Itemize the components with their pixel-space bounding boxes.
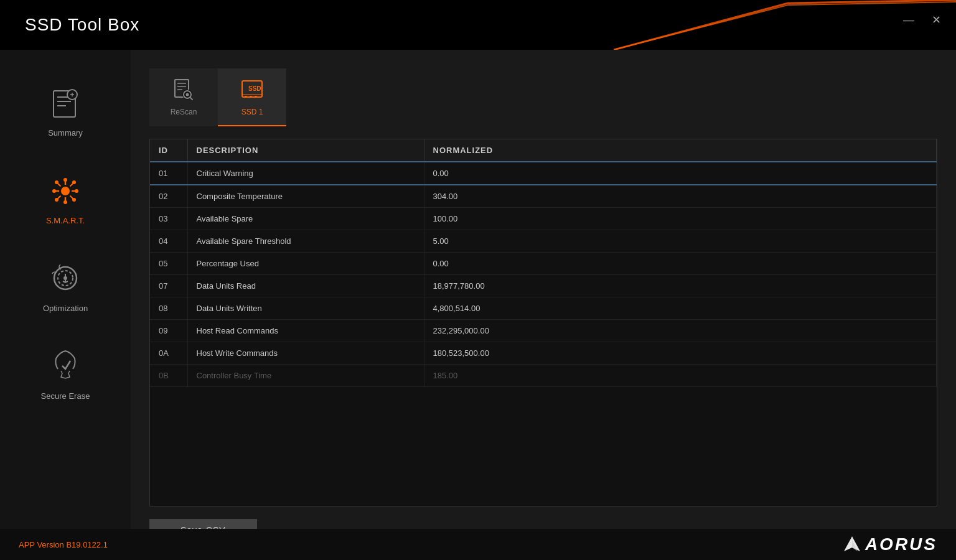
cell-description: Host Read Commands [187, 320, 424, 342]
version-number: B19.0122.1 [66, 540, 108, 549]
window-controls: — ✕ [901, 12, 944, 27]
table-row: 03 Available Spare 100.00 [150, 208, 937, 230]
tab-rescan-label: ReScan [171, 108, 197, 116]
tab-ssd1[interactable]: SSD SSD 1 [218, 68, 286, 126]
svg-text:SSD: SSD [248, 85, 261, 92]
sidebar-item-summary[interactable]: Summary [0, 68, 131, 150]
cell-id: 02 [150, 185, 187, 208]
smart-table-container: ID DESCRIPTION NORMALIZED 01 Critical Wa… [149, 139, 937, 506]
tab-bar: ReScan SSD SSD 1 [149, 68, 937, 126]
svg-point-22 [55, 198, 59, 202]
content-area: ReScan SSD SSD 1 [131, 50, 956, 560]
version-label: APP Version [19, 540, 64, 549]
table-row: 05 Percentage Used 0.00 [150, 253, 937, 275]
cell-description: Available Spare Threshold [187, 230, 424, 253]
sidebar-item-optimization[interactable]: Optimization [0, 244, 131, 325]
aorus-wing-icon [843, 535, 861, 554]
smart-table-wrapper[interactable]: ID DESCRIPTION NORMALIZED 01 Critical Wa… [150, 139, 937, 388]
sidebar-item-label-summary: Summary [48, 128, 83, 138]
cell-description: Composite Temperature [187, 185, 424, 208]
table-row: 0A Host Write Commands 180,523,500.00 [150, 342, 937, 365]
cell-id: 04 [150, 230, 187, 253]
cell-id: 09 [150, 320, 187, 342]
col-header-normalized: NORMALIZED [424, 139, 937, 162]
cell-normalized: 232,295,000.00 [424, 320, 937, 342]
cell-normalized: 18,977,780.00 [424, 275, 937, 297]
table-row: 07 Data Units Read 18,977,780.00 [150, 275, 937, 297]
cell-description: Available Spare [187, 208, 424, 230]
cell-normalized: 304.00 [424, 185, 937, 208]
svg-point-7 [61, 187, 70, 195]
rescan-tab-icon [172, 77, 195, 105]
main-layout: Summary [0, 50, 956, 560]
svg-point-15 [75, 189, 78, 193]
svg-rect-38 [245, 96, 247, 97]
svg-point-12 [63, 178, 67, 182]
cell-id: 07 [150, 275, 187, 297]
smart-icon [44, 169, 87, 212]
table-header-row: ID DESCRIPTION NORMALIZED [150, 139, 937, 162]
cell-description: Controller Busy Time [187, 365, 424, 387]
secure-erase-icon [44, 344, 87, 388]
svg-line-34 [190, 98, 193, 100]
cell-id: 0B [150, 365, 187, 387]
svg-point-20 [55, 180, 59, 184]
svg-point-33 [186, 93, 189, 96]
minimize-button[interactable]: — [901, 12, 916, 27]
svg-point-13 [63, 200, 67, 204]
ssd1-tab-icon: SSD [240, 77, 265, 105]
table-row: 02 Composite Temperature 304.00 [150, 185, 937, 208]
tab-rescan[interactable]: ReScan [149, 68, 218, 126]
sidebar-item-label-secure-erase: Secure Erase [41, 391, 90, 401]
sidebar-item-label-optimization: Optimization [43, 304, 88, 313]
cell-description: Host Write Commands [187, 342, 424, 365]
cell-id: 01 [150, 162, 187, 185]
tab-ssd1-label: SSD 1 [241, 108, 263, 116]
cell-normalized: 5.00 [424, 230, 937, 253]
svg-point-23 [72, 198, 76, 202]
sidebar-item-smart[interactable]: S.M.A.R.T. [0, 156, 131, 238]
table-row: 04 Available Spare Threshold 5.00 [150, 230, 937, 253]
table-row: 08 Data Units Written 4,800,514.00 [150, 297, 937, 320]
summary-icon [44, 81, 87, 124]
table-row: 01 Critical Warning 0.00 [150, 162, 937, 185]
cell-id: 08 [150, 297, 187, 320]
title-bar: SSD Tool Box — ✕ [0, 0, 956, 50]
cell-normalized: 0.00 [424, 162, 937, 185]
table-row: 0B Controller Busy Time 185.00 [150, 365, 937, 387]
smart-data-table: ID DESCRIPTION NORMALIZED 01 Critical Wa… [150, 139, 937, 387]
cell-description: Percentage Used [187, 253, 424, 275]
sidebar-item-label-smart: S.M.A.R.T. [46, 216, 85, 225]
cell-id: 0A [150, 342, 187, 365]
bottom-bar: APP Version B19.0122.1 AORUS [0, 529, 956, 560]
sidebar-item-secure-erase[interactable]: Secure Erase [0, 332, 131, 413]
svg-point-14 [52, 189, 56, 193]
svg-point-21 [72, 180, 76, 184]
close-button[interactable]: ✕ [929, 12, 944, 27]
cell-description: Data Units Read [187, 275, 424, 297]
col-header-id: ID [150, 139, 187, 162]
col-header-description: DESCRIPTION [187, 139, 424, 162]
cell-normalized: 100.00 [424, 208, 937, 230]
cell-normalized: 4,800,514.00 [424, 297, 937, 320]
cell-description: Data Units Written [187, 297, 424, 320]
table-row: 09 Host Read Commands 232,295,000.00 [150, 320, 937, 342]
app-version: APP Version B19.0122.1 [19, 540, 108, 549]
cell-id: 05 [150, 253, 187, 275]
aorus-logo: AORUS [843, 534, 937, 554]
aorus-text: AORUS [865, 534, 937, 554]
cell-normalized: 0.00 [424, 253, 937, 275]
sidebar: Summary [0, 50, 131, 560]
cell-id: 03 [150, 208, 187, 230]
app-title: SSD Tool Box [0, 15, 139, 35]
optimization-icon [44, 256, 87, 300]
cell-description: Critical Warning [187, 162, 424, 185]
cell-normalized: 185.00 [424, 365, 937, 387]
svg-rect-39 [250, 96, 252, 97]
svg-rect-40 [255, 96, 257, 97]
svg-point-26 [63, 276, 67, 280]
cell-normalized: 180,523,500.00 [424, 342, 937, 365]
